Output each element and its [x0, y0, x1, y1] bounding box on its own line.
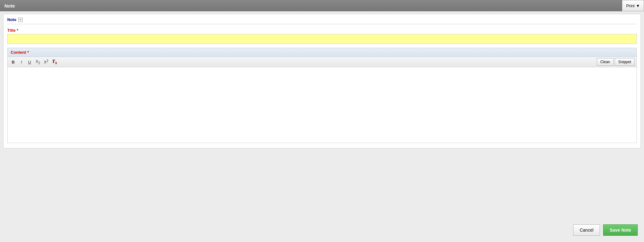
section-label: Note — [7, 17, 16, 22]
clear-format-icon: Tx — [52, 59, 57, 65]
superscript-icon: X2 — [44, 59, 48, 64]
clear-format-button[interactable]: Tx — [50, 58, 59, 66]
italic-icon: I — [21, 60, 22, 64]
title-input[interactable] — [7, 34, 637, 44]
page-title: Note — [4, 3, 15, 8]
collapse-button[interactable]: − — [18, 18, 23, 22]
content-editor-wrapper: Content * B I U — [7, 48, 637, 143]
header-bar: Note Print ▼ — [0, 0, 644, 11]
title-label: Title * — [7, 28, 637, 33]
toolbar-right: Clean Snippet — [597, 58, 635, 66]
print-button[interactable]: Print ▼ — [622, 0, 644, 11]
bold-button[interactable]: B — [9, 58, 17, 66]
page-wrapper: Note Print ▼ Note − Title * Content * — [0, 0, 644, 242]
bold-icon: B — [12, 60, 14, 64]
toolbar-left: B I U X2 X2 — [9, 58, 596, 66]
underline-icon: U — [28, 60, 31, 64]
clean-button[interactable]: Clean — [597, 58, 613, 66]
content-editor[interactable] — [8, 67, 636, 143]
superscript-button[interactable]: X2 — [42, 58, 50, 66]
editor-toolbar: B I U X2 X2 — [8, 57, 636, 67]
subscript-button[interactable]: X2 — [34, 58, 42, 66]
note-section: Note − Title * Content * B — [3, 14, 641, 148]
title-field-row: Title * — [7, 28, 637, 44]
content-label: Content * — [11, 50, 29, 55]
cancel-button[interactable]: Cancel — [573, 224, 600, 236]
main-content: Note − Title * Content * B — [0, 11, 644, 204]
subscript-icon: X2 — [36, 59, 40, 65]
italic-button[interactable]: I — [18, 58, 25, 66]
snippet-button[interactable]: Snippet — [615, 58, 635, 66]
print-label: Print — [626, 3, 635, 8]
content-label-bar: Content * — [8, 48, 636, 57]
section-header: Note − — [7, 17, 637, 24]
page-footer: Cancel Save Note — [0, 204, 644, 242]
print-arrow-icon: ▼ — [636, 3, 640, 8]
underline-button[interactable]: U — [26, 58, 33, 66]
save-note-button[interactable]: Save Note — [603, 224, 638, 236]
